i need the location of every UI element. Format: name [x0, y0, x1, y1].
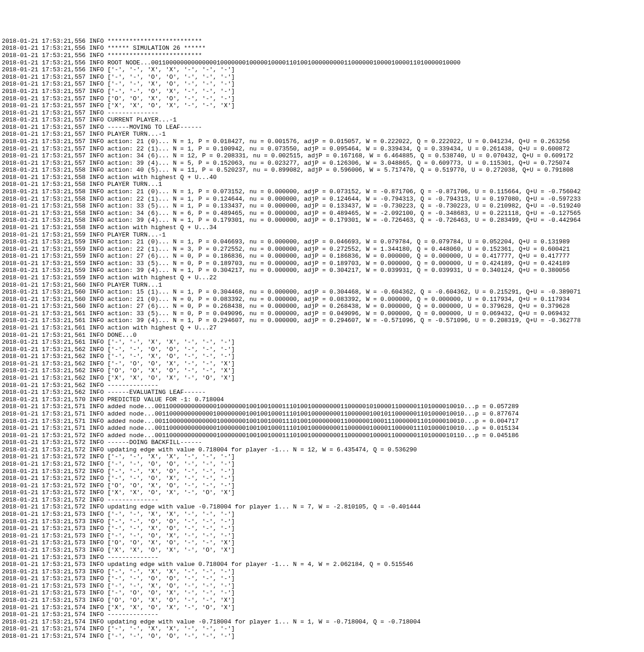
- log-line: 2018-01-21 17:53:21,560 INFO PLAYER TURN…: [2, 282, 642, 289]
- log-line: 2018-01-21 17:53:21,562 INFO -----------…: [2, 382, 642, 389]
- log-line: 2018-01-21 17:53:21,559 INFO action: 39 …: [2, 267, 642, 274]
- log-line: 2018-01-21 17:53:21,556 INFO ROOT NODE..…: [2, 59, 642, 67]
- log-line: 2018-01-21 17:53:21,573 INFO ['-', '-', …: [2, 511, 642, 518]
- log-line: 2018-01-21 17:53:21,557 INFO action: 34 …: [2, 152, 642, 160]
- log-line: 2018-01-21 17:53:21,572 INFO ['X', 'X', …: [2, 489, 642, 496]
- log-line: 2018-01-21 17:53:21,558 INFO action: 22 …: [2, 196, 642, 203]
- log-line: 2018-01-21 17:53:21,571 INFO added node.…: [2, 403, 642, 410]
- log-line: 2018-01-21 17:53:21,557 INFO ['-', '-', …: [2, 74, 642, 81]
- log-line: 2018-01-21 17:53:21,572 INFO ------DOING…: [2, 439, 642, 446]
- log-line: 2018-01-21 17:53:21,571 INFO added node.…: [2, 410, 642, 418]
- log-line: 2018-01-21 17:53:21,558 INFO action: 39 …: [2, 217, 642, 224]
- log-line: 2018-01-21 17:53:21,572 INFO ['-', '-', …: [2, 468, 642, 475]
- log-line: 2018-01-21 17:53:21,571 INFO added node.…: [2, 418, 642, 425]
- log-line: 2018-01-21 17:53:21,562 INFO ['O', 'O', …: [2, 367, 642, 375]
- log-line: 2018-01-21 17:53:21,557 INFO ['-', '-', …: [2, 88, 642, 95]
- log-line: 2018-01-21 17:53:21,561 INFO action with…: [2, 324, 642, 332]
- log-line: 2018-01-21 17:53:21,562 INFO ['-', '-', …: [2, 346, 642, 353]
- log-line: 2018-01-21 17:53:21,572 INFO updating ed…: [2, 503, 642, 511]
- log-line: 2018-01-21 17:53:21,556 INFO ***********…: [2, 52, 642, 59]
- log-line: 2018-01-21 17:53:21,557 INFO action: 39 …: [2, 160, 642, 167]
- log-line: 2018-01-21 17:53:21,558 INFO PLAYER TURN…: [2, 181, 642, 188]
- log-line: 2018-01-21 17:53:21,561 INFO ['-', '-', …: [2, 339, 642, 346]
- log-line: 2018-01-21 17:53:21,572 INFO ['-', '-', …: [2, 475, 642, 482]
- log-line: 2018-01-21 17:53:21,558 INFO action with…: [2, 174, 642, 181]
- log-line: 2018-01-21 17:53:21,557 INFO action: 22 …: [2, 145, 642, 153]
- log-line: 2018-01-21 17:53:21,558 INFO action with…: [2, 224, 642, 231]
- log-line: 2018-01-21 17:53:21,560 INFO action: 27 …: [2, 303, 642, 310]
- log-line: 2018-01-21 17:53:21,557 INFO -----------…: [2, 110, 642, 117]
- log-line: 2018-01-21 17:53:21,559 INFO action: 21 …: [2, 238, 642, 246]
- log-line: 2018-01-21 17:53:21,559 INFO action: 27 …: [2, 253, 642, 260]
- log-line: 2018-01-21 17:53:21,557 INFO CURRENT PLA…: [2, 116, 642, 124]
- log-line: 2018-01-21 17:53:21,560 INFO action: 15 …: [2, 288, 642, 296]
- log-line: 2018-01-21 17:53:21,573 INFO ['-', '-', …: [2, 518, 642, 525]
- log-line: 2018-01-21 17:53:21,572 INFO ['-', '-', …: [2, 453, 642, 461]
- log-line: 2018-01-21 17:53:21,573 INFO ['O', 'O', …: [2, 539, 642, 547]
- log-line: 2018-01-21 17:53:21,556 INFO ****** SIMU…: [2, 45, 642, 52]
- log-line: 2018-01-21 17:53:21,573 INFO ['-', '-', …: [2, 583, 642, 590]
- log-line: 2018-01-21 17:53:21,562 INFO ------EVALU…: [2, 389, 642, 396]
- log-line: 2018-01-21 17:53:21,572 INFO ['-', '-', …: [2, 461, 642, 468]
- log-line: 2018-01-21 17:53:21,558 INFO action: 34 …: [2, 210, 642, 217]
- log-line: 2018-01-21 17:53:21,562 INFO ['X', 'X', …: [2, 375, 642, 382]
- log-line: 2018-01-21 17:53:21,559 INFO action: 22 …: [2, 246, 642, 253]
- log-line: 2018-01-21 17:53:21,556 INFO ['-', '-', …: [2, 66, 642, 74]
- log-line: 2018-01-21 17:53:21,573 INFO ['-', '-', …: [2, 568, 642, 576]
- log-line: 2018-01-21 17:53:21,557 INFO ['X', 'X', …: [2, 102, 642, 110]
- log-line: 2018-01-21 17:53:21,573 INFO ['-', '-', …: [2, 532, 642, 540]
- log-line: 2018-01-21 17:53:21,573 INFO -----------…: [2, 554, 642, 561]
- log-line: 2018-01-21 17:53:21,574 INFO ['-', '-', …: [2, 633, 642, 640]
- log-line: 2018-01-21 17:53:21,570 INFO PREDICTED V…: [2, 396, 642, 404]
- log-line: 2018-01-21 17:53:21,559 INFO action: 33 …: [2, 260, 642, 267]
- log-line: 2018-01-21 17:53:21,557 INFO action: 21 …: [2, 138, 642, 145]
- log-line: 2018-01-21 17:53:21,571 INFO added node.…: [2, 425, 642, 432]
- log-line: 2018-01-21 17:53:21,561 INFO action: 39 …: [2, 317, 642, 324]
- log-line: 2018-01-21 17:53:21,573 INFO ['X', 'X', …: [2, 547, 642, 554]
- log-line: 2018-01-21 17:53:21,574 INFO ['X', 'X', …: [2, 604, 642, 612]
- log-line: 2018-01-21 17:53:21,557 INFO ['O', 'O', …: [2, 95, 642, 103]
- log-line: 2018-01-21 17:53:21,573 INFO ['-', '-', …: [2, 575, 642, 583]
- log-line: 2018-01-21 17:53:21,573 INFO ['-', '-', …: [2, 525, 642, 532]
- log-line: 2018-01-21 17:53:21,574 INFO ['-', '-', …: [2, 625, 642, 633]
- log-line: 2018-01-21 17:53:21,572 INFO -----------…: [2, 496, 642, 504]
- log-line: 2018-01-21 17:53:21,562 INFO ['-', 'O', …: [2, 360, 642, 368]
- log-line: 2018-01-21 17:53:21,572 INFO updating ed…: [2, 446, 642, 454]
- log-line: 2018-01-21 17:53:21,562 INFO ['-', '-', …: [2, 353, 642, 360]
- log-line: 2018-01-21 17:53:21,557 INFO ------MOVIN…: [2, 124, 642, 131]
- log-line: 2018-01-21 17:53:21,559 INFO PLAYER TURN…: [2, 231, 642, 239]
- log-line: 2018-01-21 17:53:21,557 INFO PLAYER TURN…: [2, 131, 642, 138]
- log-line: 2018-01-21 17:53:21,558 INFO action: 33 …: [2, 202, 642, 210]
- log-line: 2018-01-21 17:53:21,574 INFO -----------…: [2, 611, 642, 618]
- log-line: 2018-01-21 17:53:21,572 INFO added node.…: [2, 432, 642, 439]
- log-line: 2018-01-21 17:53:21,573 INFO ['O', 'O', …: [2, 597, 642, 604]
- log-line: 2018-01-21 17:53:21,558 INFO action: 40 …: [2, 167, 642, 174]
- log-line: 2018-01-21 17:53:21,559 INFO action with…: [2, 274, 642, 282]
- log-output: 2018-01-21 17:53:21,556 INFO ***********…: [0, 36, 644, 642]
- log-line: 2018-01-21 17:53:21,560 INFO action: 21 …: [2, 296, 642, 303]
- log-line: 2018-01-21 17:53:21,574 INFO updating ed…: [2, 618, 642, 626]
- log-line: 2018-01-21 17:53:21,573 INFO ['-', 'O', …: [2, 589, 642, 597]
- log-line: 2018-01-21 17:53:21,556 INFO ***********…: [2, 38, 642, 45]
- log-line: 2018-01-21 17:53:21,561 INFO DONE...0: [2, 332, 642, 339]
- log-line: 2018-01-21 17:53:21,557 INFO ['-', '-', …: [2, 81, 642, 88]
- log-line: 2018-01-21 17:53:21,572 INFO ['O', 'O', …: [2, 482, 642, 490]
- log-line: 2018-01-21 17:53:21,558 INFO action: 21 …: [2, 188, 642, 196]
- log-line: 2018-01-21 17:53:21,561 INFO action: 33 …: [2, 310, 642, 317]
- log-line: 2018-01-21 17:53:21,573 INFO updating ed…: [2, 561, 642, 568]
